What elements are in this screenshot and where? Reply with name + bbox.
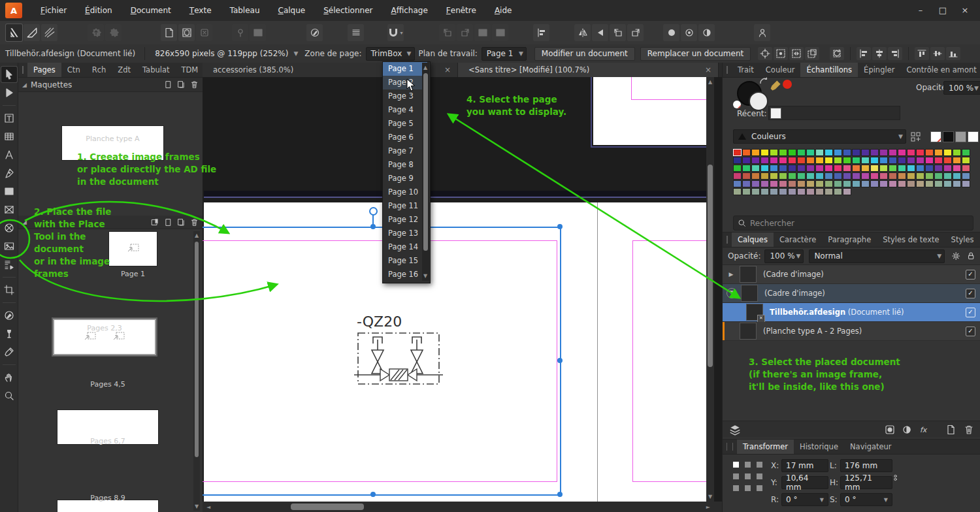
layer-row[interactable]: ▼(Cadre d'image)✓ xyxy=(723,284,980,303)
palette-category-select[interactable]: Couleurs▼ xyxy=(733,129,906,144)
tab-trait[interactable]: Trait xyxy=(732,63,760,77)
selection-handle[interactable] xyxy=(370,492,376,497)
palette-swatch[interactable] xyxy=(751,165,760,172)
palette-swatch[interactable] xyxy=(889,180,897,187)
rectangle-tool[interactable] xyxy=(1,184,17,199)
tab-navigateur[interactable]: Navigateur xyxy=(844,440,898,454)
palette-swatch[interactable] xyxy=(806,180,815,187)
layer-thumbnail[interactable]: ✕ xyxy=(746,304,763,321)
tab-tdm[interactable]: TDM xyxy=(175,63,204,77)
palette-swatch[interactable] xyxy=(834,165,842,172)
flip-horizontal-button[interactable] xyxy=(574,24,591,41)
palette-swatch[interactable] xyxy=(815,165,824,172)
palette-swatch[interactable] xyxy=(934,172,943,180)
gear-icon[interactable] xyxy=(951,251,960,261)
text-display-button[interactable] xyxy=(348,24,364,41)
dropdown-item[interactable]: Page 12 xyxy=(383,213,427,227)
palette-swatch[interactable] xyxy=(742,180,751,187)
palette-swatch[interactable] xyxy=(852,149,860,156)
palette-swatch[interactable] xyxy=(760,188,769,195)
link-dimensions-icon[interactable] xyxy=(891,473,900,482)
palette-swatch[interactable] xyxy=(879,157,888,164)
palette-swatch[interactable] xyxy=(733,180,742,187)
menu-sélectionner[interactable]: Sélectionner xyxy=(314,0,382,21)
palette-swatch[interactable] xyxy=(889,172,897,180)
palette-swatch[interactable] xyxy=(825,149,833,156)
palette-swatch[interactable] xyxy=(943,149,952,156)
transform-input[interactable]: 17 mm xyxy=(781,459,828,472)
dropdown-item[interactable]: Page 13 xyxy=(383,227,427,240)
selection-handle[interactable] xyxy=(557,224,563,229)
transform-objects-button[interactable] xyxy=(805,47,819,60)
palette-swatch[interactable] xyxy=(760,172,769,180)
new-layer-icon[interactable] xyxy=(945,424,956,435)
palette-swatch[interactable] xyxy=(742,172,751,180)
palette-swatch[interactable] xyxy=(751,188,760,195)
palette-swatch[interactable] xyxy=(962,149,970,156)
vector-brush-tool[interactable] xyxy=(1,308,17,323)
menu-affichage[interactable]: Affichage xyxy=(382,0,436,21)
panel-grip[interactable] xyxy=(727,236,728,244)
palette-swatch[interactable] xyxy=(760,149,769,156)
mask-icon[interactable] xyxy=(885,424,895,435)
maximize-button[interactable]: □ xyxy=(932,0,954,20)
insert-inside-button[interactable] xyxy=(663,24,679,41)
designer-persona[interactable] xyxy=(24,24,40,41)
palette-swatch[interactable] xyxy=(852,165,860,172)
tab-caractère[interactable]: Caractère xyxy=(774,232,822,247)
palette-swatch[interactable] xyxy=(889,165,897,172)
palette-swatch[interactable] xyxy=(797,157,806,164)
palette-swatch[interactable] xyxy=(779,180,787,187)
palette-swatch[interactable] xyxy=(916,149,924,156)
layer-thumbnail[interactable] xyxy=(740,266,757,283)
tab-styles[interactable]: Styles xyxy=(945,232,980,247)
layer-visibility-checkbox[interactable]: ✓ xyxy=(966,327,975,336)
palette-swatch[interactable] xyxy=(870,157,879,164)
tab-épingler[interactable]: Épingler xyxy=(858,63,900,77)
anchor-point[interactable] xyxy=(757,473,762,479)
palette-swatch[interactable] xyxy=(861,165,870,172)
palette-swatch[interactable] xyxy=(815,188,824,195)
palette-swatch[interactable] xyxy=(760,165,769,172)
palette-swatch[interactable] xyxy=(916,180,924,187)
palette-swatch[interactable] xyxy=(943,180,952,187)
frame-text-tool[interactable] xyxy=(1,110,17,126)
rotate-cw-button[interactable] xyxy=(627,24,644,41)
alignment-button[interactable] xyxy=(533,24,549,41)
palette-swatch[interactable] xyxy=(962,180,970,187)
cycle-selection-box-button[interactable] xyxy=(774,47,788,60)
layer-stack-icon[interactable] xyxy=(729,424,741,436)
menu-fichier[interactable]: Fichier xyxy=(31,0,76,21)
no-color-well[interactable] xyxy=(733,101,741,108)
zoom-tool[interactable] xyxy=(1,388,17,404)
fill-color-well[interactable] xyxy=(749,91,768,111)
add-page-button[interactable] xyxy=(164,218,172,227)
close-tab-icon[interactable]: × xyxy=(427,65,451,74)
palette-swatch[interactable] xyxy=(898,149,906,156)
palette-swatch[interactable] xyxy=(788,157,796,164)
palette-swatch[interactable] xyxy=(843,149,851,156)
transform-input[interactable]: 125,71 mm xyxy=(840,476,892,489)
place-image-tool[interactable] xyxy=(1,238,17,254)
lock-icon[interactable] xyxy=(966,251,975,261)
delete-master-button[interactable] xyxy=(190,80,199,89)
tab-tabulat[interactable]: Tabulat xyxy=(137,63,176,77)
palette-swatch[interactable] xyxy=(733,188,742,195)
menu-aide[interactable]: Aide xyxy=(485,0,521,21)
palette-swatch[interactable] xyxy=(770,157,778,164)
palette-swatch[interactable] xyxy=(742,149,751,156)
fx-icon[interactable]: fx xyxy=(919,424,929,435)
horizontal-scrollbar[interactable]: ◄ ► xyxy=(203,502,722,512)
palette-swatch[interactable] xyxy=(861,172,870,180)
close-button[interactable]: × xyxy=(954,0,976,20)
palette-swatch[interactable] xyxy=(733,149,742,156)
dropdown-item[interactable]: Page 14 xyxy=(383,240,427,254)
palette-swatch[interactable] xyxy=(916,165,924,172)
palette-swatch[interactable] xyxy=(806,172,815,180)
viewport[interactable]: -QZ20 ▲ ▼ xyxy=(203,77,714,502)
menu-calque[interactable]: Calque xyxy=(269,0,315,21)
tab-rch[interactable]: Rch xyxy=(86,63,112,77)
menu-document[interactable]: Document xyxy=(122,0,180,21)
palette-swatch[interactable] xyxy=(797,149,806,156)
palette-swatch[interactable] xyxy=(751,149,760,156)
